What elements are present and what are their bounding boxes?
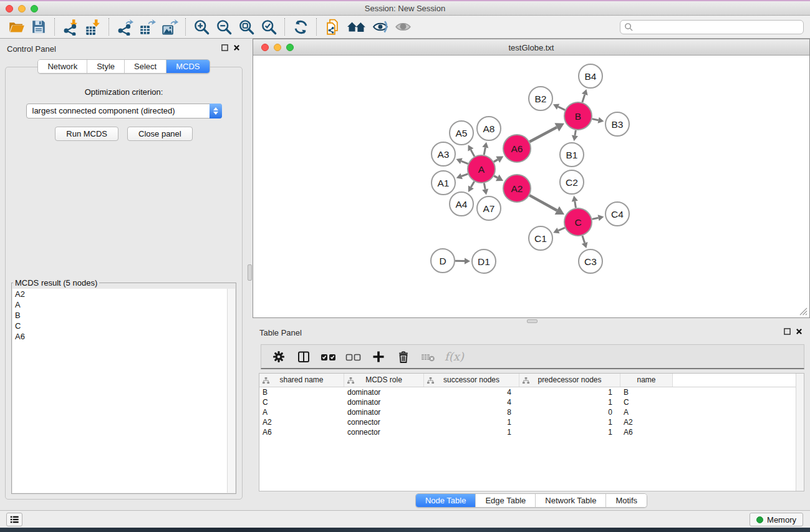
zoom-out-button[interactable] (213, 17, 235, 37)
select-all-columns-button[interactable] (317, 347, 340, 367)
column-header-predecessor-nodes[interactable]: predecessor nodes (519, 374, 620, 387)
graph-edge[interactable] (582, 95, 585, 102)
graph-edge[interactable] (461, 174, 468, 177)
table-row[interactable]: Bdominator41B (259, 387, 804, 397)
graph-edge[interactable] (592, 119, 599, 120)
tab-network-table[interactable]: Network Table (535, 494, 605, 507)
memory-button[interactable]: Memory (750, 513, 803, 526)
zoom-selected-button[interactable] (258, 17, 280, 37)
tab-style[interactable]: Style (87, 60, 124, 73)
unchecked-boxes-icon (345, 349, 362, 364)
network-canvas[interactable]: B4B2BB3A8A5A6A3B1AA1C2A2A4A7C4CC1DD1C3 (254, 56, 809, 317)
import-table-button[interactable] (82, 17, 104, 37)
resize-grip-icon[interactable] (799, 307, 808, 316)
graph-node-label: A7 (483, 203, 495, 214)
graph-node-label: A6 (511, 143, 523, 154)
table-cell: C (620, 397, 673, 407)
graph-edge[interactable] (529, 195, 557, 210)
tab-network[interactable]: Network (38, 60, 87, 73)
open-session-button[interactable] (5, 17, 27, 37)
save-session-button[interactable] (27, 17, 50, 37)
refresh-button[interactable] (289, 17, 312, 37)
table-row[interactable]: Cdominator41C (259, 397, 804, 407)
graph-edge[interactable] (471, 150, 475, 157)
graph-edge[interactable] (582, 236, 585, 243)
graph-edge[interactable] (558, 107, 565, 110)
mcds-result-box: MCDS result (5 nodes) A2ABCA6 (11, 278, 236, 494)
toolbar-separator (316, 18, 317, 36)
mcds-result-item[interactable]: A6 (12, 331, 235, 342)
mcds-result-item[interactable]: B (12, 310, 235, 321)
open-folder-icon (8, 19, 25, 36)
export-table-button[interactable] (136, 17, 158, 37)
function-builder-button-disabled[interactable]: f(x) (442, 350, 464, 363)
plus-icon (371, 349, 386, 364)
table-cell: B (620, 387, 673, 397)
tab-motifs[interactable]: Motifs (605, 494, 647, 507)
zoom-fit-button[interactable] (235, 17, 258, 37)
table-cell: A2 (620, 417, 673, 427)
unselect-all-columns-button[interactable] (342, 347, 365, 367)
delete-column-button[interactable] (392, 347, 415, 367)
column-header-name[interactable]: name (620, 374, 673, 387)
tab-select[interactable]: Select (124, 60, 166, 73)
export-network-button[interactable] (113, 17, 136, 37)
graph-edge[interactable] (575, 201, 576, 208)
mcds-result-item[interactable]: A2 (12, 289, 235, 299)
mcds-result-item[interactable]: C (12, 321, 235, 331)
home-button[interactable] (344, 17, 370, 37)
table-cell: 1 (519, 387, 620, 397)
delete-table-button-disabled[interactable] (417, 347, 440, 367)
close-panel-icon[interactable] (796, 328, 803, 335)
graph-edge[interactable] (575, 130, 576, 136)
table-row[interactable]: A6connector11A6 (259, 427, 804, 437)
task-history-button[interactable] (6, 513, 22, 526)
control-panel-tabs: NetworkStyleSelectMCDS (37, 59, 210, 74)
eye-button[interactable] (392, 17, 415, 37)
float-panel-icon[interactable] (221, 44, 228, 51)
graph-edge[interactable] (558, 228, 564, 231)
graph-edge[interactable] (471, 181, 474, 187)
mcds-result-item[interactable]: A (12, 299, 235, 310)
zoom-out-icon (216, 19, 233, 36)
duplicate-network-button[interactable] (321, 17, 344, 37)
import-network-button[interactable] (59, 17, 82, 37)
graph-edge[interactable] (529, 127, 557, 142)
graph-edge[interactable] (461, 161, 468, 163)
tab-node-table[interactable]: Node Table (416, 494, 476, 507)
zoom-in-button[interactable] (190, 17, 213, 37)
close-panel-button[interactable]: Close panel (127, 127, 193, 141)
panel-split-handle[interactable] (248, 264, 252, 281)
graph-node-label: A3 (438, 149, 450, 160)
search-field[interactable] (620, 20, 804, 34)
column-header-shared-name[interactable]: shared name (259, 374, 344, 387)
network-window-title: testGlobe.txt (253, 43, 809, 52)
column-header-successor-nodes[interactable]: successor nodes (424, 374, 519, 387)
float-panel-icon[interactable] (784, 328, 791, 335)
table-row[interactable]: Adominator80A (259, 407, 804, 417)
run-mcds-button[interactable]: Run MCDS (55, 127, 118, 141)
table-row[interactable]: A2connector11A2 (259, 417, 804, 427)
optimization-criterion-select[interactable]: largest connected component (directed) (26, 104, 222, 118)
graph-edge[interactable] (484, 147, 485, 155)
table-scrollbar[interactable] (796, 374, 804, 491)
search-input[interactable] (634, 23, 799, 32)
graph-edge[interactable] (484, 183, 485, 190)
graph-edge[interactable] (494, 160, 498, 162)
graph-edge[interactable] (592, 218, 599, 219)
table-tabs: Node TableEdge TableNetwork TableMotifs (415, 493, 647, 508)
graph-node-label: B (575, 111, 581, 122)
graph-edge[interactable] (494, 176, 498, 178)
mcds-result-title: MCDS result (5 nodes) (13, 278, 99, 288)
tab-edge-table[interactable]: Edge Table (475, 494, 535, 507)
table-settings-button[interactable] (268, 347, 290, 367)
column-header-mcds-role[interactable]: MCDS role (344, 374, 424, 387)
result-scrollbar[interactable] (227, 289, 235, 493)
show-column-button[interactable] (292, 347, 315, 367)
birdseye-toggle-button[interactable] (370, 17, 392, 37)
graph-edge-arrowhead (572, 196, 578, 202)
close-panel-icon[interactable] (233, 44, 240, 51)
export-image-button[interactable] (158, 17, 181, 37)
tab-mcds[interactable]: MCDS (166, 60, 209, 73)
create-column-button[interactable] (367, 347, 390, 367)
